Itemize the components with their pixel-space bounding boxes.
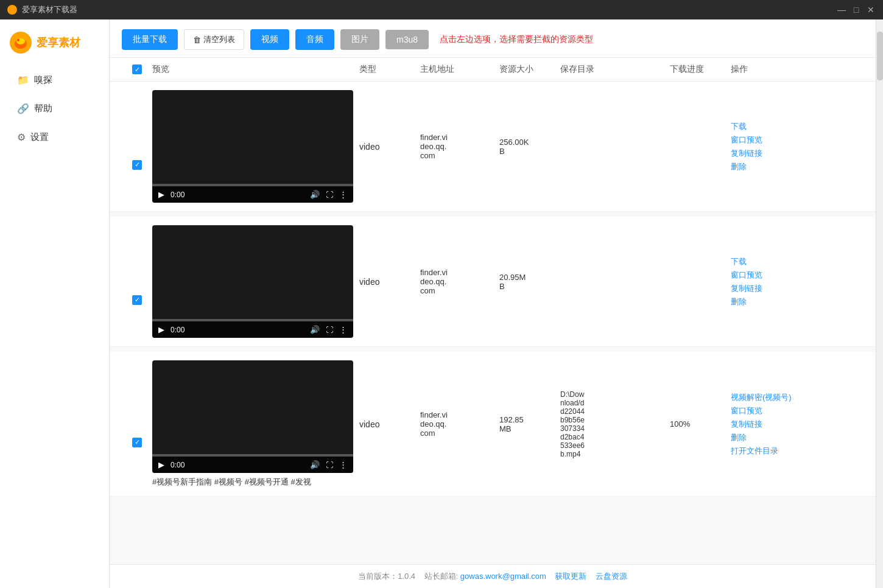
row1-checkbox[interactable]: [132, 160, 142, 170]
logo: 爱享素材: [0, 27, 109, 66]
header-checkbox[interactable]: [122, 65, 152, 74]
tab-audio-button[interactable]: 音频: [295, 29, 334, 50]
row2-video-preview[interactable]: ▶ 0:00 🔊 ⛶ ⋮: [152, 225, 353, 338]
footer-email[interactable]: gowas.work@gmail.com: [460, 572, 546, 581]
play-icon[interactable]: ▶: [158, 190, 164, 199]
row2-download-link[interactable]: 下载: [731, 256, 816, 267]
row3-delete-link[interactable]: 删除: [731, 432, 816, 443]
batch-download-button[interactable]: 批量下载: [122, 29, 178, 50]
row2-checkbox[interactable]: [132, 295, 142, 305]
footer-version: 当前版本：1.0.4: [358, 572, 415, 581]
maximize-button[interactable]: □: [851, 5, 861, 15]
time-display: 0:00: [171, 191, 185, 199]
row1-checkbox-cell: [122, 124, 152, 170]
more-icon[interactable]: ⋮: [339, 460, 347, 469]
toolbar-hint: 点击左边选项，选择需要拦截的资源类型: [440, 34, 593, 45]
close-button[interactable]: ✕: [866, 5, 876, 15]
content: 批量下载 🗑 清空列表 视频 音频 图片 m3u8 点击左边选项，选择需要拦截的…: [110, 19, 876, 588]
table-row: ▶ 0:00 🔊 ⛶ ⋮ video finder.video.qq.com 2…: [110, 217, 876, 347]
row3-checkbox-cell: [122, 401, 152, 447]
logo-icon: [10, 32, 32, 54]
volume-icon[interactable]: 🔊: [310, 190, 320, 199]
row2-delete-link[interactable]: 删除: [731, 296, 816, 307]
sidebar-item-settings[interactable]: ⚙ 设置: [5, 124, 104, 150]
sidebar-item-help[interactable]: 🔗 帮助: [5, 96, 104, 122]
header-preview: 预览: [152, 64, 359, 75]
row2-copy-link[interactable]: 复制链接: [731, 283, 816, 294]
minimize-button[interactable]: —: [837, 5, 846, 15]
sidebar-item-explore[interactable]: 📁 嗅探: [5, 67, 104, 93]
row2-preview: ▶ 0:00 🔊 ⛶ ⋮: [152, 225, 359, 338]
tab-video-button[interactable]: 视频: [250, 29, 289, 50]
play-icon[interactable]: ▶: [158, 325, 164, 334]
tab-m3u8-button[interactable]: m3u8: [385, 30, 429, 49]
row3-save: D:\Download/dd22044b9b56e307334d2bac4533…: [560, 390, 670, 458]
table-row: ▶ 0:00 🔊 ⛶ ⋮ #视频号新手指南 #视频号 #视频号开通 #发视 vi…: [110, 352, 876, 497]
more-icon[interactable]: ⋮: [339, 325, 347, 334]
row3-host: finder.video.qq.com: [420, 410, 499, 438]
title-bar: 爱享素材下载器 — □ ✕: [0, 0, 883, 19]
tab-image-button[interactable]: 图片: [340, 29, 379, 50]
title-bar-left: 爱享素材下载器: [7, 4, 77, 15]
row3-open-dir-link[interactable]: 打开文件目录: [731, 446, 816, 457]
row3-actions: 视频解密(视频号) 窗口预览 复制链接 删除 打开文件目录: [731, 392, 816, 457]
row3-type: video: [359, 419, 420, 429]
title-bar-controls: — □ ✕: [837, 5, 876, 15]
row1-actions: 下载 窗口预览 复制链接 删除: [731, 121, 816, 172]
header-type: 类型: [359, 64, 420, 75]
row2-preview-link[interactable]: 窗口预览: [731, 270, 816, 281]
settings-icon: ⚙: [17, 131, 26, 143]
row1-host: finder.video.qq.com: [420, 133, 499, 160]
app-title: 爱享素材下载器: [22, 4, 77, 15]
row3-preview: ▶ 0:00 🔊 ⛶ ⋮ #视频号新手指南 #视频号 #视频号开通 #发视: [152, 360, 359, 488]
scrollbar-track[interactable]: [876, 19, 883, 588]
row3-preview-link[interactable]: 窗口预览: [731, 405, 816, 416]
row1-copy-link[interactable]: 复制链接: [731, 148, 816, 159]
play-icon[interactable]: ▶: [158, 460, 164, 469]
row3-progress: 100%: [670, 419, 731, 429]
logo-text: 爱享素材: [37, 35, 80, 50]
row3-checkbox[interactable]: [132, 438, 142, 447]
row2-host: finder.video.qq.com: [420, 268, 499, 295]
row1-delete-link[interactable]: 删除: [731, 161, 816, 172]
sidebar-item-help-label: 帮助: [34, 103, 52, 114]
footer-update[interactable]: 获取更新: [555, 572, 586, 581]
row2-type: video: [359, 277, 420, 287]
scrollbar-thumb[interactable]: [877, 32, 883, 80]
table-body: ▶ 0:00 🔊 ⛶ ⋮ video finder.video.qq.com 2…: [110, 82, 876, 564]
sidebar-item-settings-label: 设置: [30, 131, 49, 143]
row2-checkbox-cell: [122, 259, 152, 305]
header-progress: 下载进度: [670, 64, 731, 75]
more-icon[interactable]: ⋮: [339, 190, 347, 199]
row3-size: 192.85MB: [499, 415, 560, 433]
toolbar: 批量下载 🗑 清空列表 视频 音频 图片 m3u8 点击左边选项，选择需要拦截的…: [110, 19, 876, 58]
header-size: 资源大小: [499, 64, 560, 75]
row2-size: 20.95MB: [499, 273, 560, 291]
row3-decrypt-link[interactable]: 视频解密(视频号): [731, 392, 816, 403]
row1-size: 256.00KB: [499, 138, 560, 156]
explore-icon: 📁: [17, 74, 29, 86]
row3-copy-link[interactable]: 复制链接: [731, 419, 816, 430]
fullscreen-icon[interactable]: ⛶: [326, 326, 333, 334]
row3-video-preview[interactable]: ▶ 0:00 🔊 ⛶ ⋮: [152, 360, 353, 473]
time-display: 0:00: [171, 461, 185, 469]
time-display: 0:00: [171, 326, 185, 334]
volume-icon[interactable]: 🔊: [310, 460, 320, 469]
volume-icon[interactable]: 🔊: [310, 325, 320, 334]
fullscreen-icon[interactable]: ⛶: [326, 191, 333, 199]
row2-actions: 下载 窗口预览 复制链接 删除: [731, 256, 816, 307]
header-save: 保存目录: [560, 64, 670, 75]
clear-list-button[interactable]: 🗑 清空列表: [184, 29, 244, 50]
table-header: 预览 类型 主机地址 资源大小 保存目录 下载进度 操作: [110, 58, 876, 82]
app-icon: [7, 5, 17, 15]
row1-download-link[interactable]: 下载: [731, 121, 816, 132]
fullscreen-icon[interactable]: ⛶: [326, 461, 333, 469]
footer-cloud[interactable]: 云盘资源: [596, 572, 627, 581]
footer-email-label: 站长邮箱:: [424, 572, 459, 581]
row1-preview-link[interactable]: 窗口预览: [731, 135, 816, 145]
select-all-checkbox[interactable]: [132, 65, 142, 74]
row1-video-preview[interactable]: ▶ 0:00 🔊 ⛶ ⋮: [152, 90, 353, 203]
table-row: ▶ 0:00 🔊 ⛶ ⋮ video finder.video.qq.com 2…: [110, 82, 876, 212]
footer: 当前版本：1.0.4 站长邮箱: gowas.work@gmail.com 获取…: [110, 564, 876, 588]
app-body: 爱享素材 📁 嗅探 🔗 帮助 ⚙ 设置 批量下载 🗑 清空列表 视频 音频 图片…: [0, 19, 883, 588]
